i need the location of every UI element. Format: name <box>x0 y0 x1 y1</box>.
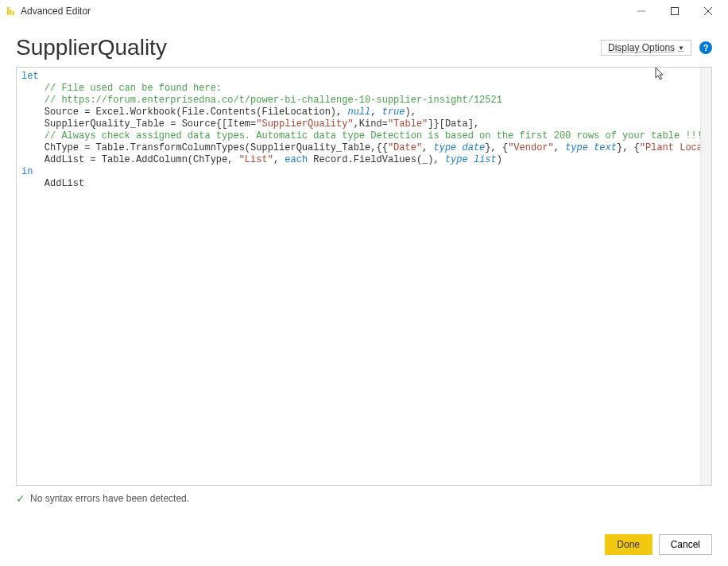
code-token: // Always check assigned data types. Aut… <box>21 130 700 142</box>
code-token: ,Kind= <box>354 118 388 130</box>
code-token: }, { <box>485 142 508 153</box>
code-token: "Table" <box>388 118 428 130</box>
status-bar: ✓ No syntax errors have been detected. <box>0 486 728 505</box>
query-name: SupplierQuality <box>16 35 601 60</box>
svg-rect-1 <box>10 10 11 15</box>
code-token: "SupplierQuality" <box>256 118 353 130</box>
header: SupplierQuality Display Options ▼ ? <box>0 22 728 67</box>
svg-rect-4 <box>672 8 679 15</box>
chevron-down-icon: ▼ <box>678 45 684 52</box>
code-token: SupplierQuality_Table = Source{[Item= <box>21 118 256 130</box>
status-message: No syntax errors have been detected. <box>30 493 189 504</box>
vertical-scrollbar[interactable] <box>700 68 711 485</box>
code-token: null <box>347 107 370 118</box>
help-button[interactable]: ? <box>699 41 712 54</box>
maximize-button[interactable] <box>658 0 691 22</box>
display-options-dropdown[interactable]: Display Options ▼ <box>601 40 691 56</box>
check-icon: ✓ <box>16 492 25 505</box>
titlebar: Advanced Editor <box>0 0 728 22</box>
help-icon-label: ? <box>703 43 709 52</box>
code-token: }, { <box>617 142 640 153</box>
code-token: , <box>273 154 285 165</box>
done-button[interactable]: Done <box>605 534 652 555</box>
code-token: , <box>370 107 381 118</box>
code-token: // File used can be found here: <box>21 83 222 94</box>
code-token: ) <box>497 154 502 165</box>
window-controls <box>625 0 725 22</box>
code-token <box>456 142 462 153</box>
code-token: // https://forum.enterprisedna.co/t/powe… <box>21 95 502 106</box>
code-token: AddList = Table.AddColumn(ChType, <box>21 154 239 165</box>
code-token: type <box>434 142 457 153</box>
code-token: "List" <box>239 154 273 165</box>
svg-rect-0 <box>7 7 9 15</box>
cancel-button[interactable]: Cancel <box>659 534 712 555</box>
window-title: Advanced Editor <box>21 6 625 17</box>
code-token: date <box>463 142 486 153</box>
code-token: "Vendor" <box>508 142 554 153</box>
code-token: "Date" <box>388 142 422 153</box>
code-content[interactable]: let // File used can be found here: // h… <box>17 68 700 485</box>
code-token: each <box>285 154 308 165</box>
code-token: Source = Excel.Workbook(File.Contents(Fi… <box>21 107 347 118</box>
code-token: text <box>594 142 617 153</box>
minimize-button[interactable] <box>625 0 658 22</box>
code-token: let <box>21 71 39 82</box>
code-editor[interactable]: let // File used can be found here: // h… <box>16 67 712 486</box>
code-token: ), <box>405 107 416 118</box>
code-token: AddList <box>21 178 84 189</box>
code-token: "Plant Location" <box>640 142 700 153</box>
code-token: , <box>422 142 433 153</box>
code-token: ]}[Data], <box>428 118 479 130</box>
display-options-label: Display Options <box>608 42 675 53</box>
app-icon <box>5 6 16 17</box>
code-token: Record.FieldValues(_), <box>308 154 445 165</box>
code-token <box>468 154 474 165</box>
code-token: in <box>21 166 33 177</box>
code-token: type <box>445 154 468 165</box>
code-token: type <box>565 142 588 153</box>
code-token: list <box>474 154 497 165</box>
close-button[interactable] <box>691 0 725 22</box>
footer: Done Cancel <box>605 534 712 555</box>
svg-rect-2 <box>12 11 14 15</box>
code-token: , <box>554 142 565 153</box>
code-token: ChType = Table.TransformColumnTypes(Supp… <box>21 142 388 153</box>
code-token: true <box>382 107 405 118</box>
